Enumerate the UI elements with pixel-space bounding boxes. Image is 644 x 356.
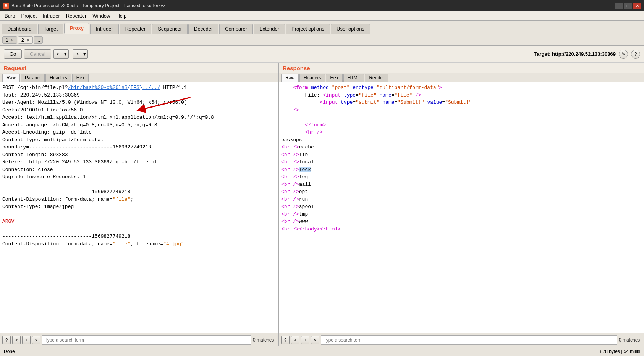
app-icon: B <box>3 3 9 9</box>
response-tab-render[interactable]: Render <box>365 74 388 82</box>
fwd-nav-group: > ▾ <box>73 49 88 59</box>
request-tabs: Raw Params Headers Hex <box>0 73 278 82</box>
request-search-next[interactable]: > <box>32 336 40 344</box>
request-search-bar: ? < + > 0 matches <box>0 333 278 346</box>
main-tabs: Dashboard Target Proxy Intruder Repeater… <box>0 21 644 34</box>
menu-project[interactable]: Project <box>18 12 39 19</box>
response-search-help[interactable]: ? <box>281 336 290 344</box>
request-content[interactable]: POST /cgi-bin/file.pl?/bin/bash%20-c%20l… <box>0 82 278 333</box>
request-search-matches: 0 matches <box>253 337 276 343</box>
request-search-prev[interactable]: < <box>12 336 21 344</box>
menu-window[interactable]: Window <box>89 12 113 19</box>
response-tab-html[interactable]: HTML <box>343 74 364 82</box>
target-label: Target: http://220.249.52.133:30369 <box>534 51 616 57</box>
status-text: Done <box>4 349 15 354</box>
sub-tab-1[interactable]: 1 ✕ <box>2 36 17 44</box>
tab-dashboard[interactable]: Dashboard <box>2 24 37 34</box>
maximize-btn[interactable]: □ <box>624 3 632 9</box>
response-tab-headers[interactable]: Headers <box>299 74 325 82</box>
request-tab-raw[interactable]: Raw <box>2 74 20 82</box>
response-tabs: Raw Headers Hex HTML Render <box>279 73 644 82</box>
forward-button[interactable]: > <box>73 49 82 59</box>
response-search-add[interactable]: + <box>301 336 309 344</box>
response-search-prev[interactable]: < <box>291 336 299 344</box>
menu-repeater[interactable]: Repeater <box>63 12 89 19</box>
request-tab-hex[interactable]: Hex <box>72 74 89 82</box>
sub-tabs: 1 ✕ 2 ✕ ... <box>0 34 644 46</box>
tab-project-options[interactable]: Project options <box>286 24 330 34</box>
request-body[interactable]: POST /cgi-bin/file.pl?/bin/bash%20-c%20l… <box>0 82 278 333</box>
menu-burp[interactable]: Burp <box>2 12 18 19</box>
sub-tab-2[interactable]: 2 ✕ <box>18 36 33 44</box>
response-tab-raw[interactable]: Raw <box>281 74 299 82</box>
bytes-info: 878 bytes | 54 millis <box>600 349 640 354</box>
menu-intruder[interactable]: Intruder <box>40 12 63 19</box>
response-panel: Response Raw Headers Hex HTML Render <fo… <box>279 63 644 346</box>
back-button[interactable]: < <box>53 49 63 59</box>
tab-user-options[interactable]: User options <box>331 24 370 34</box>
tab-proxy[interactable]: Proxy <box>64 23 89 34</box>
target-info: Target: http://220.249.52.133:30369 ✎ ? <box>534 50 640 59</box>
cancel-button[interactable]: Cancel <box>24 49 51 59</box>
tab-comparer[interactable]: Comparer <box>219 24 253 34</box>
back-dropdown[interactable]: ▾ <box>63 49 69 59</box>
go-button[interactable]: Go <box>4 49 22 59</box>
request-tab-params[interactable]: Params <box>21 74 45 82</box>
response-search-next[interactable]: > <box>311 336 319 344</box>
tab-intruder[interactable]: Intruder <box>90 24 119 34</box>
response-content[interactable]: <form method="post" enctype="multipart/f… <box>279 82 644 333</box>
title-bar: B Burp Suite Professional v2.0beta - Tem… <box>0 0 644 11</box>
sub-tab-add[interactable]: ... <box>34 36 43 44</box>
close-btn[interactable]: ✕ <box>633 3 641 9</box>
forward-dropdown[interactable]: ▾ <box>82 49 88 59</box>
window-title: Burp Suite Professional v2.0beta - Tempo… <box>11 3 165 8</box>
request-search-add[interactable]: + <box>22 336 31 344</box>
response-search-input[interactable] <box>321 335 617 345</box>
status-bar: Done 878 bytes | 54 millis <box>0 346 644 356</box>
tab-sequencer[interactable]: Sequencer <box>152 24 188 34</box>
toolbar: Go Cancel < ▾ > ▾ Target: http://220.249… <box>0 46 644 63</box>
request-search-help[interactable]: ? <box>2 336 11 344</box>
back-nav-group: < ▾ <box>53 49 69 59</box>
response-title: Response <box>279 63 644 73</box>
response-body[interactable]: <form method="post" enctype="multipart/f… <box>279 82 644 333</box>
response-tab-hex[interactable]: Hex <box>326 74 342 82</box>
menu-help[interactable]: Help <box>113 12 129 19</box>
request-search-input[interactable] <box>42 335 251 345</box>
tab-repeater[interactable]: Repeater <box>120 24 151 34</box>
response-search-matches: 0 matches <box>619 337 642 343</box>
menu-bar: Burp Project Intruder Repeater Window He… <box>0 11 644 21</box>
response-search-bar: ? < + > 0 matches <box>279 333 644 346</box>
tab-decoder[interactable]: Decoder <box>188 24 218 34</box>
request-panel: Request Raw Params Headers Hex POST /cgi… <box>0 63 279 346</box>
help-button[interactable]: ? <box>631 50 640 59</box>
minimize-btn[interactable]: ─ <box>615 3 623 9</box>
tab-target[interactable]: Target <box>38 24 63 34</box>
edit-target-button[interactable]: ✎ <box>619 50 628 59</box>
content-area: Request Raw Params Headers Hex POST /cgi… <box>0 63 644 346</box>
request-title: Request <box>0 63 278 73</box>
window-controls: ─ □ ✕ <box>615 3 641 9</box>
request-tab-headers[interactable]: Headers <box>45 74 71 82</box>
tab-extender[interactable]: Extender <box>254 24 285 34</box>
